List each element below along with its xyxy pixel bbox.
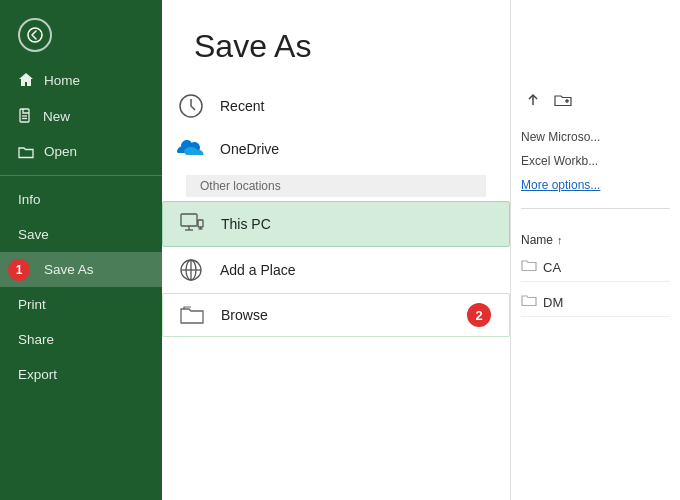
location-recent[interactable]: Recent [162, 83, 510, 129]
recent-label: Recent [220, 98, 264, 114]
new-folder-button[interactable] [549, 90, 577, 114]
this-pc-label: This PC [221, 216, 271, 232]
sidebar-item-new[interactable]: New [0, 98, 162, 134]
right-panel-divider [521, 208, 670, 209]
location-onedrive[interactable]: OneDrive [162, 129, 510, 169]
add-place-icon [176, 257, 206, 283]
add-place-label: Add a Place [220, 262, 296, 278]
sidebar-label-share: Share [18, 332, 54, 347]
sidebar: Home New Open Info Save 1 Save As [0, 0, 162, 500]
right-panel-actions [521, 90, 670, 114]
this-pc-icon [177, 212, 207, 236]
sidebar-item-share[interactable]: Share [0, 322, 162, 357]
back-button[interactable] [0, 0, 162, 62]
sidebar-label-new: New [43, 109, 70, 124]
sidebar-label-info: Info [18, 192, 41, 207]
sidebar-label-print: Print [18, 297, 46, 312]
sidebar-item-open[interactable]: Open [0, 134, 162, 169]
sidebar-label-save-as: Save As [44, 262, 94, 277]
svg-rect-5 [181, 214, 197, 226]
sidebar-item-print[interactable]: Print [0, 287, 162, 322]
onedrive-label: OneDrive [220, 141, 279, 157]
up-directory-button[interactable] [521, 90, 545, 114]
svg-point-0 [28, 28, 42, 42]
sidebar-divider [0, 175, 162, 176]
svg-rect-8 [198, 220, 203, 227]
sort-icon: ↑ [557, 234, 563, 246]
badge-1: 1 [8, 259, 30, 281]
right-panel: New Microso... Excel Workb... More optio… [510, 0, 680, 500]
home-icon [18, 72, 34, 88]
name-column-header: Name ↑ [521, 233, 670, 247]
open-icon [18, 145, 34, 159]
option-excel-workbook[interactable]: Excel Workb... [521, 152, 670, 170]
browse-label: Browse [221, 307, 268, 323]
new-icon [18, 108, 33, 124]
sidebar-item-info[interactable]: Info [0, 182, 162, 217]
sidebar-label-export: Export [18, 367, 57, 382]
location-add-place[interactable]: Add a Place [162, 247, 510, 293]
folder-icon-ca [521, 259, 537, 275]
other-locations-label: Other locations [186, 175, 486, 197]
sidebar-label-home: Home [44, 73, 80, 88]
page-title: Save As [162, 0, 510, 83]
sidebar-label-save: Save [18, 227, 49, 242]
folder-name-ca: CA [543, 260, 561, 275]
sidebar-label-open: Open [44, 144, 77, 159]
folder-icon-dm [521, 294, 537, 310]
folder-row-ca[interactable]: CA [521, 253, 670, 282]
location-browse[interactable]: Browse 2 [162, 293, 510, 337]
main-content: Save As Recent OneDrive Other locations [162, 0, 510, 500]
recent-icon [176, 93, 206, 119]
back-circle-icon [18, 18, 52, 52]
sidebar-item-export[interactable]: Export [0, 357, 162, 392]
folder-name-dm: DM [543, 295, 563, 310]
more-options-link[interactable]: More options... [521, 176, 670, 194]
onedrive-icon [176, 139, 206, 159]
sidebar-item-save-as[interactable]: 1 Save As [0, 252, 162, 287]
badge-2: 2 [467, 303, 491, 327]
sidebar-item-save[interactable]: Save [0, 217, 162, 252]
folder-row-dm[interactable]: DM [521, 288, 670, 317]
option-new-microsoft[interactable]: New Microso... [521, 128, 670, 146]
location-this-pc[interactable]: This PC [162, 201, 510, 247]
sidebar-item-home[interactable]: Home [0, 62, 162, 98]
browse-icon [177, 304, 207, 326]
